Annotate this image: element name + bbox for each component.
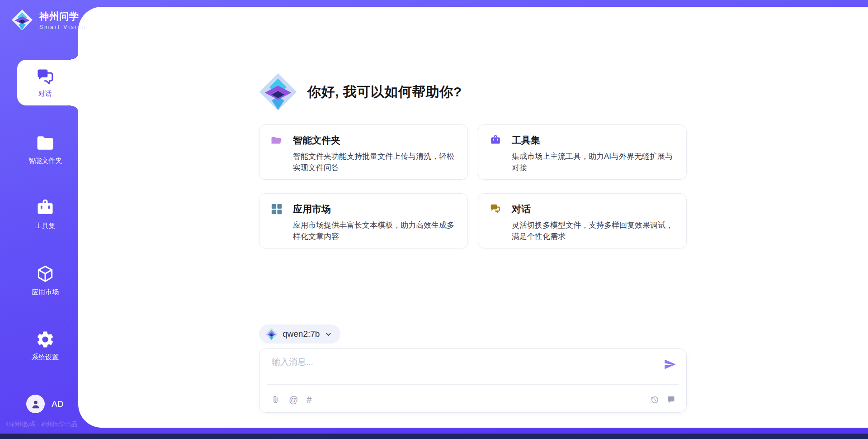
card-desc: 智能文件夹功能支持批量文件上传与清洗，轻松实现文件问答	[293, 151, 459, 173]
card-toolset[interactable]: 工具集 集成市场上主流工具，助力AI与外界无缝扩展与对接	[478, 124, 687, 180]
gear-icon	[35, 329, 55, 349]
card-title: 工具集	[512, 134, 540, 147]
app-grid-icon	[271, 203, 283, 215]
card-desc: 集成市场上主流工具，助力AI与外界无缝扩展与对接	[512, 151, 678, 173]
sidebar-item-smart-folder[interactable]: 智能文件夹	[0, 133, 90, 165]
brand-name: 神州问学	[39, 10, 86, 23]
sidebar-item-chat[interactable]: 对话	[17, 60, 79, 105]
card-title: 应用市场	[293, 203, 331, 215]
chat-icon	[36, 67, 55, 86]
chat-icon	[490, 203, 501, 215]
active-tab-fillet-top	[71, 52, 79, 60]
model-name: qwen2:7b	[283, 329, 320, 339]
app-root: 神州问学 Smart Vision 对话 智能文件夹 工具集 应用市场	[0, 0, 868, 439]
active-tab-fillet-bottom	[71, 105, 79, 114]
brand: 神州问学 Smart Vision	[11, 9, 86, 31]
avatar	[26, 395, 45, 413]
sidebar-item-label: 系统设置	[32, 353, 59, 362]
sidebar-footer: ©神州数码 · 神州问学出品	[6, 420, 77, 429]
sidebar-item-label: 对话	[38, 90, 52, 98]
sidebar-item-toolset[interactable]: 工具集	[0, 198, 90, 230]
card-desc: 灵活切换多模型文件，支持多样回复效果调试，满足个性化需求	[512, 220, 678, 242]
greeting-text: 你好, 我可以如何帮助你?	[307, 83, 462, 101]
message-input[interactable]	[272, 356, 656, 380]
hashtag-icon[interactable]: #	[307, 395, 311, 405]
sidebar-item-label: 应用市场	[32, 288, 59, 296]
card-title: 智能文件夹	[293, 134, 340, 147]
card-smart-folder[interactable]: 智能文件夹 智能文件夹功能支持批量文件上传与清洗，轻松实现文件问答	[259, 124, 468, 180]
mention-icon[interactable]: @	[289, 395, 298, 405]
model-selector[interactable]: qwen2:7b	[259, 324, 340, 344]
composer-tools-left: @ #	[271, 395, 311, 405]
person-icon	[30, 398, 42, 410]
card-chat[interactable]: 对话 灵活切换多模型文件，支持多样回复效果调试，满足个性化需求	[478, 193, 687, 248]
chevron-down-icon	[325, 330, 332, 338]
user-name: AD	[52, 399, 63, 409]
brand-logo-icon	[11, 9, 33, 31]
bottom-strip	[0, 434, 868, 439]
composer: @ #	[259, 348, 687, 413]
sidebar-item-app-market[interactable]: 应用市场	[0, 264, 90, 296]
attachment-icon[interactable]	[271, 395, 280, 405]
sidebar-item-settings[interactable]: 系统设置	[0, 329, 90, 362]
model-logo-icon	[265, 328, 278, 340]
send-icon	[664, 358, 676, 371]
sidebar-item-label: 工具集	[35, 222, 56, 230]
send-button[interactable]	[664, 358, 676, 371]
composer-tools-right	[650, 395, 676, 405]
user-account[interactable]: AD	[26, 395, 63, 413]
feature-cards: 智能文件夹 智能文件夹功能支持批量文件上传与清洗，轻松实现文件问答 工具集 集成…	[259, 124, 687, 248]
composer-divider	[267, 384, 679, 385]
sidebar-item-label: 智能文件夹	[28, 157, 62, 165]
card-title: 对话	[512, 203, 531, 215]
card-app-market[interactable]: 应用市场 应用市场提供丰富长文本模板，助力高效生成多样化文章内容	[259, 193, 468, 248]
chat-bubble-icon[interactable]	[666, 395, 676, 405]
cube-icon	[35, 264, 55, 284]
greeting: 你好, 我可以如何帮助你?	[259, 72, 462, 111]
assistant-logo-icon	[259, 72, 297, 111]
briefcase-icon	[490, 134, 501, 146]
history-icon[interactable]	[650, 395, 660, 405]
folder-open-icon	[271, 134, 283, 146]
folder-icon	[35, 133, 55, 153]
toolbox-icon	[35, 198, 55, 218]
card-desc: 应用市场提供丰富长文本模板，助力高效生成多样化文章内容	[293, 220, 459, 242]
brand-subtitle: Smart Vision	[39, 24, 86, 30]
brand-text: 神州问学 Smart Vision	[39, 10, 86, 30]
